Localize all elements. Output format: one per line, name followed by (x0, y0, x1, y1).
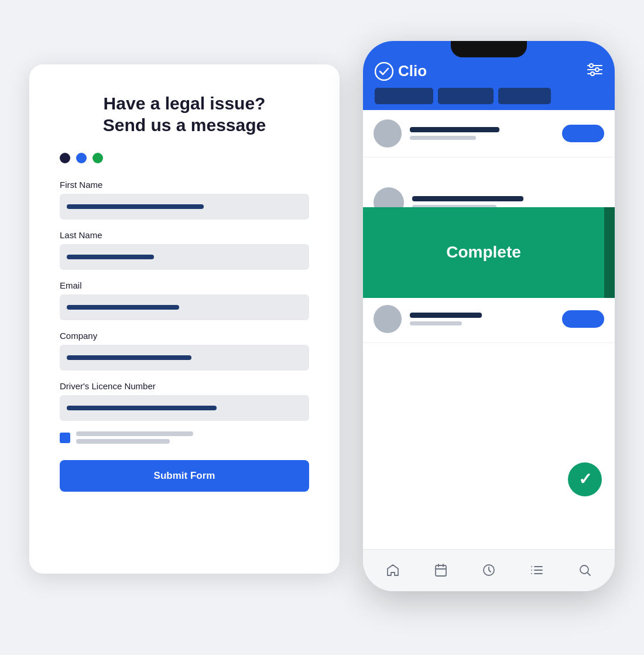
fab-complete-button[interactable]: ✓ (568, 462, 602, 496)
bottom-nav (363, 549, 615, 591)
licence-label: Driver's Licence Number (60, 381, 309, 391)
row-content (410, 127, 554, 140)
first-name-input[interactable] (60, 194, 309, 220)
row-content (410, 313, 554, 325)
company-label: Company (60, 331, 309, 341)
nav-list-icon[interactable] (530, 563, 544, 577)
phone-mockup: Clio (363, 41, 615, 591)
filter-icon[interactable] (587, 63, 603, 80)
email-field: Email (60, 280, 309, 320)
email-label: Email (60, 280, 309, 290)
terms-text (76, 431, 193, 444)
svg-line-19 (588, 573, 591, 576)
swipe-complete-label: Complete (446, 243, 521, 262)
action-button[interactable] (562, 125, 604, 142)
licence-field: Driver's Licence Number (60, 381, 309, 421)
svg-rect-7 (436, 565, 446, 576)
list-item[interactable] (363, 296, 615, 343)
phone-header-top: Clio (375, 62, 603, 81)
svg-point-4 (590, 64, 593, 67)
clio-name-label: Clio (398, 62, 427, 80)
row-secondary-text (410, 321, 462, 325)
phone-body: Complete (363, 110, 615, 549)
terms-checkbox[interactable] (60, 433, 70, 443)
swipe-dark-strip (604, 207, 615, 298)
avatar (374, 119, 402, 148)
submit-button-label: Submit Form (154, 470, 215, 482)
nav-home-icon[interactable] (386, 563, 400, 577)
svg-point-5 (595, 68, 599, 71)
fab-check-icon: ✓ (578, 469, 592, 489)
action-button[interactable] (562, 310, 604, 328)
submit-button[interactable]: Submit Form (60, 460, 309, 492)
row-secondary-text (410, 136, 476, 140)
row-primary-text (412, 196, 523, 201)
nav-search-icon[interactable] (578, 563, 592, 577)
phone-tab-1[interactable] (375, 88, 433, 104)
row-primary-text (410, 127, 499, 132)
svg-point-0 (375, 63, 393, 80)
phone-notch (451, 41, 527, 57)
nav-calendar-icon[interactable] (434, 563, 448, 577)
progress-dots (60, 153, 309, 163)
company-input[interactable] (60, 345, 309, 371)
avatar (374, 305, 402, 333)
company-field: Company (60, 331, 309, 371)
first-name-field: First Name (60, 180, 309, 220)
dot-step-1[interactable] (60, 153, 70, 163)
phone-frame: Clio (363, 41, 615, 591)
svg-point-6 (591, 72, 594, 76)
list-item[interactable] (363, 110, 615, 157)
swipe-complete-overlay: Complete (363, 207, 615, 298)
clio-brand: Clio (375, 62, 427, 81)
last-name-label: Last Name (60, 230, 309, 240)
licence-input[interactable] (60, 395, 309, 421)
phone-tab-3[interactable] (498, 88, 551, 104)
phone-tab-2[interactable] (438, 88, 494, 104)
terms-row (60, 431, 309, 444)
row-primary-text (410, 313, 482, 318)
swipe-green-area[interactable]: Complete (363, 207, 604, 298)
swipe-row-wrapper: Complete (363, 157, 615, 248)
clio-logo-icon (375, 62, 393, 81)
dot-step-2[interactable] (76, 153, 87, 163)
form-card: Have a legal issue? Send us a message Fi… (29, 64, 340, 574)
dot-step-3[interactable] (93, 153, 103, 163)
form-title: Have a legal issue? Send us a message (60, 92, 309, 136)
last-name-field: Last Name (60, 230, 309, 270)
nav-clock-icon[interactable] (482, 563, 496, 577)
last-name-input[interactable] (60, 244, 309, 270)
email-input[interactable] (60, 294, 309, 320)
phone-tabs (375, 88, 603, 104)
first-name-label: First Name (60, 180, 309, 190)
